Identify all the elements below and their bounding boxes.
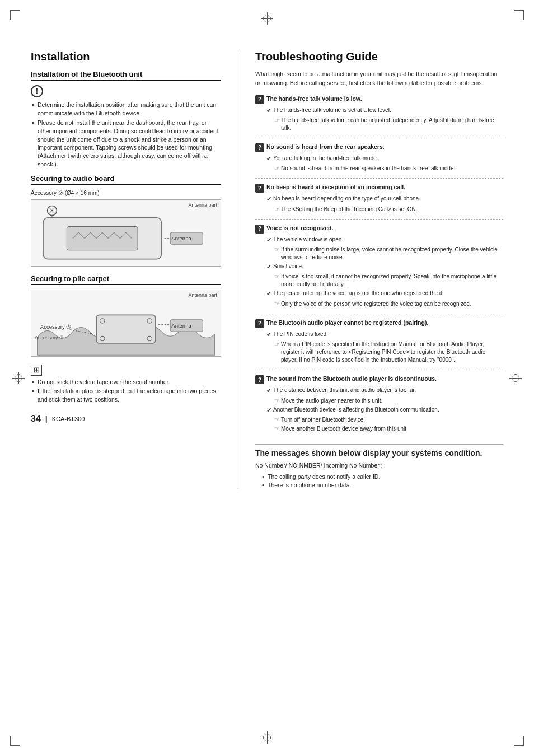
subsection1-title: Installation of the Bluetooth unit <box>31 70 221 81</box>
messages-body: No Number/ NO-NMBER/ Incoming No Number … <box>255 461 503 489</box>
column-divider <box>238 50 238 489</box>
note-icon: ⊞ <box>31 365 42 376</box>
corner-mark-bl <box>10 736 20 746</box>
messages-section: The messages shown below display your sy… <box>255 444 503 489</box>
q-icon-3: ? <box>255 184 264 193</box>
trouble-item-4: ? Voice is not recognized. ✔ The vehicle… <box>255 224 503 314</box>
warning-list: Determine the installation position afte… <box>31 101 221 169</box>
messages-detail-list: The calling party does not notify a call… <box>255 473 503 489</box>
q-icon-1: ? <box>255 95 264 104</box>
check-4-1: ✔ The vehicle window is open. <box>266 236 503 244</box>
arrow-2-1: ☞ <box>274 165 279 172</box>
trouble-body-3: ✔ No beep is heard depending on the type… <box>255 195 503 213</box>
trouble-title-2: No sound is heard from the rear speakers… <box>266 143 385 151</box>
check-4-3: ✔ The person uttering the voice tag is n… <box>266 290 503 298</box>
corner-mark-br <box>514 736 524 746</box>
checkmark-4-2: ✔ <box>266 263 271 271</box>
sub-5-1: ☞ When a PIN code is specified in the In… <box>266 340 503 364</box>
page: Installation Installation of the Bluetoo… <box>0 0 534 756</box>
arrow-3-1: ☞ <box>274 206 279 213</box>
arrow-4-1: ☞ <box>274 246 279 254</box>
crosshair-bottom <box>261 731 273 744</box>
trouble-item-6: ? The sound from the Bluetooth audio pla… <box>255 375 503 438</box>
subsection2-title: Securing to audio board <box>31 174 221 185</box>
warning-item-1: Determine the installation position afte… <box>31 101 221 117</box>
q-icon-5: ? <box>255 319 264 328</box>
svg-text:Antenna: Antenna <box>171 235 191 241</box>
diagram2-box: Antenna Accessory ③ Antenna part Accesso… <box>31 290 221 357</box>
arrow-6-1: ☞ <box>274 397 279 405</box>
trouble-item-5: ? The Bluetooth audio player cannot be r… <box>255 319 503 370</box>
sub-2-1: ☞ No sound is heard from the rear speake… <box>266 165 503 172</box>
model-number: KCA-BT300 <box>52 416 85 422</box>
diagram1-container: Accessory ② (Ø4 × 16 mm) <box>31 189 221 267</box>
corner-mark-tr <box>514 10 524 20</box>
diagram2-container: Antenna Accessory ③ Antenna part Accesso… <box>31 290 221 357</box>
intro-text: What might seem to be a malfunction in y… <box>255 70 503 88</box>
trouble-title-6: The sound from the Bluetooth audio playe… <box>266 375 437 383</box>
diagram1-box: Antenna Antenna part <box>31 199 221 267</box>
check-5-1: ✔ The PIN code is fixed. <box>266 330 503 339</box>
check-1-1: ✔ The hands-free talk volume is set at a… <box>266 106 503 115</box>
diagram1-label: Accessory ② (Ø4 × 16 mm) <box>31 190 100 196</box>
arrow-5-1: ☞ <box>274 340 279 348</box>
q-icon-2: ? <box>255 143 264 152</box>
diagram2-accessory-label: Accessory ③ <box>35 335 64 340</box>
svg-text:Accessory ③: Accessory ③ <box>40 323 71 329</box>
trouble-item-2: ? No sound is heard from the rear speake… <box>255 143 503 179</box>
left-column: Installation Installation of the Bluetoo… <box>31 50 221 489</box>
svg-rect-9 <box>96 315 156 343</box>
warning-icon: ! <box>31 85 43 97</box>
sub-6-2b: ☞ Move another Bluetooth device away fro… <box>266 425 503 433</box>
q-icon-4: ? <box>255 225 264 234</box>
trouble-body-2: ✔ You are talking in the hand-free talk … <box>255 155 503 172</box>
checkmark-2-1: ✔ <box>266 155 271 163</box>
trouble-title-5: The Bluetooth audio player cannot be reg… <box>266 319 428 327</box>
subsection3-title: Securing to pile carpet <box>31 274 221 285</box>
trouble-header-3: ? No beep is heard at reception of an in… <box>255 183 503 193</box>
arrow-4-2: ☞ <box>274 273 279 281</box>
trouble-title-1: The hands-free talk volume is low. <box>266 95 362 103</box>
trouble-header-1: ? The hands-free talk volume is low. <box>255 95 503 104</box>
page-number-area: 34 | KCA-BT300 <box>31 414 221 424</box>
svg-text:Antenna: Antenna <box>171 322 191 328</box>
diagram2-antenna-label: Antenna part <box>188 292 217 298</box>
messages-label: No Number/ NO-NMBER/ Incoming No Number … <box>255 462 383 469</box>
arrow-1-1: ☞ <box>274 116 279 124</box>
trouble-header-2: ? No sound is heard from the rear speake… <box>255 143 503 152</box>
check-4-2: ✔ Small voice. <box>266 263 503 271</box>
sub-4-3: ☞ Only the voice of the person who regis… <box>266 300 503 308</box>
sub-6-2a: ☞ Turn off another Bluetooth device. <box>266 416 503 424</box>
sub-6-1: ☞ Move the audio player nearer to this u… <box>266 397 503 405</box>
warning-block: ! <box>31 85 221 97</box>
check-6-1: ✔ The distance between this unit and aud… <box>266 386 503 395</box>
trouble-title-4: Voice is not recognized. <box>266 224 333 232</box>
messages-detail-2: There is no phone number data. <box>262 481 503 489</box>
sub-4-1: ☞ If the surrounding noise is large, voi… <box>266 246 503 262</box>
trouble-list: ? The hands-free talk volume is low. ✔ T… <box>255 95 503 439</box>
content-wrapper: Installation Installation of the Bluetoo… <box>0 22 534 517</box>
check-6-2: ✔ Another Bluetooth device is affecting … <box>266 406 503 414</box>
trouble-item-1: ? The hands-free talk volume is low. ✔ T… <box>255 95 503 138</box>
trouble-title-3: No beep is heard at reception of an inco… <box>266 183 405 192</box>
right-title: Troubleshooting Guide <box>255 50 503 63</box>
arrow-6-2b: ☞ <box>274 425 279 433</box>
trouble-header-4: ? Voice is not recognized. <box>255 224 503 234</box>
trouble-body-5: ✔ The PIN code is fixed. ☞ When a PIN co… <box>255 330 503 364</box>
checkmark-3-1: ✔ <box>266 195 271 203</box>
check-2-1: ✔ You are talking in the hand-free talk … <box>266 155 503 163</box>
checkmark-6-1: ✔ <box>266 386 271 395</box>
trouble-item-3: ? No beep is heard at reception of an in… <box>255 183 503 219</box>
note-item-1: Do not stick the velcro tape over the se… <box>31 378 221 386</box>
diagram1-antenna-label: Antenna part <box>188 202 217 208</box>
right-column: Troubleshooting Guide What might seem to… <box>255 50 503 489</box>
page-number: 34 <box>31 414 41 424</box>
crosshair-left <box>12 372 25 384</box>
sub-4-2: ☞ If voice is too small, it cannot be re… <box>266 273 503 288</box>
checkmark-4-3: ✔ <box>266 290 271 298</box>
note-item-2: If the installation place is stepped, cu… <box>31 387 221 403</box>
sub-1-1: ☞ The hands-free talk volume can be adju… <box>266 116 503 132</box>
check-3-1: ✔ No beep is heard depending on the type… <box>266 195 503 203</box>
warning-item-2: Please do not install the unit near the … <box>31 119 221 168</box>
trouble-body-4: ✔ The vehicle window is open. ☞ If the s… <box>255 236 503 308</box>
